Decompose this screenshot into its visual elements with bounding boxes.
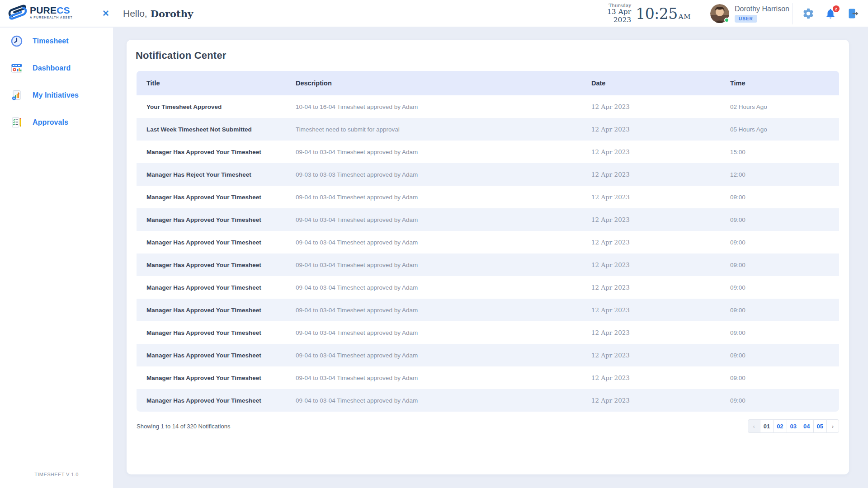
clock-icon [11,35,23,47]
cell-time: 09:00 [730,216,839,223]
sidebar-item-label: Approvals [33,118,68,127]
cell-date: 12 Apr 2023 [591,352,730,359]
logout-icon[interactable] [847,7,860,20]
cell-time: 09:00 [730,239,839,246]
cell-time: 15:00 [730,149,839,155]
sidebar-nav: Timesheet Dashboard My Initiatives [0,28,113,488]
cell-time: 09:00 [730,262,839,268]
cell-time: 02 Hours Ago [730,103,839,110]
cell-date: 12 Apr 2023 [591,397,730,404]
cell-description: 09-04 to 03-04 Timesheet approved by Ada… [296,375,591,381]
dashboard-icon [11,62,23,74]
cell-description: 10-04 to 16-04 Timesheet approved by Ada… [296,103,591,110]
table-row[interactable]: Manager Has Approved Your Timesheet09-04… [137,231,839,253]
pagination-page-button[interactable]: 05 [813,419,827,433]
cell-time: 09:00 [730,194,839,201]
sidebar-item-timesheet[interactable]: Timesheet [0,28,113,55]
cell-title: Manager Has Approved Your Timesheet [146,262,296,268]
cell-date: 12 Apr 2023 [591,284,730,291]
brand-logo: PURECS A PUREHEALTH ASSET [7,3,73,21]
sidebar-item-my-initiatives[interactable]: My Initiatives [0,82,113,109]
table-row[interactable]: Manager Has Approved Your Timesheet09-04… [137,366,839,389]
cell-title: Manager Has Reject Your Timesheet [146,171,296,178]
cell-time: 09:00 [730,284,839,291]
sidebar-item-approvals[interactable]: Approvals [0,109,113,136]
cell-title: Manager Has Approved Your Timesheet [146,352,296,359]
cell-date: 12 Apr 2023 [591,306,730,314]
brand-logo-icon [7,3,28,21]
column-header-time: Time [730,80,839,87]
table-header-row: Title Description Date Time [137,71,839,95]
cell-date: 12 Apr 2023 [591,126,730,133]
notification-bell-icon[interactable]: 2 [825,7,837,20]
sidebar-close-button[interactable]: ✕ [100,8,112,19]
initiatives-chart-icon [11,89,23,101]
cell-description: 09-04 to 03-04 Timesheet approved by Ada… [296,352,591,359]
cell-date: 12 Apr 2023 [591,239,730,246]
pagination-bar: Showing 1 to 14 of 320 Notifications ‹01… [137,418,839,434]
cell-date: 12 Apr 2023 [591,374,730,381]
table-row[interactable]: Manager Has Approved Your Timesheet09-04… [137,321,839,344]
cell-date: 12 Apr 2023 [591,329,730,336]
sidebar-item-label: Dashboard [33,64,71,72]
cell-description: 09-04 to 03-04 Timesheet approved by Ada… [296,329,591,336]
table-row[interactable]: Last Week Timesheet Not SubmittedTimeshe… [137,118,839,141]
pagination-prev-button[interactable]: ‹ [748,419,760,433]
notifications-table: Title Description Date Time Your Timeshe… [137,71,839,412]
greeting-prefix: Hello, [123,8,147,19]
cell-title: Last Week Timesheet Not Submitted [146,126,296,133]
table-row[interactable]: Manager Has Reject Your Timesheet09-03 t… [137,163,839,186]
cell-description: 09-04 to 03-04 Timesheet approved by Ada… [296,149,591,155]
cell-description: 09-04 to 03-04 Timesheet approved by Ada… [296,397,591,404]
cell-time: 09:00 [730,307,839,314]
table-row[interactable]: Manager Has Approved Your Timesheet09-04… [137,299,839,321]
brand-subtitle: A PUREHEALTH ASSET [30,16,73,19]
cell-title: Manager Has Approved Your Timesheet [146,216,296,223]
user-name: Dorothy Harrison [735,5,789,13]
cell-date: 12 Apr 2023 [591,216,730,223]
table-body: Your Timesheet Approved10-04 to 16-04 Ti… [137,95,839,412]
cell-description: 09-04 to 03-04 Timesheet approved by Ada… [296,239,591,246]
cell-description: 09-04 to 03-04 Timesheet approved by Ada… [296,284,591,291]
sidebar-item-label: My Initiatives [33,91,79,99]
column-header-title: Title [146,80,296,87]
table-row[interactable]: Manager Has Approved Your Timesheet09-04… [137,141,839,163]
pagination-page-button[interactable]: 04 [800,419,813,433]
cell-time: 09:00 [730,375,839,381]
table-row[interactable]: Manager Has Approved Your Timesheet09-04… [137,389,839,412]
pagination-next-button[interactable]: › [826,419,839,433]
cell-date: 12 Apr 2023 [591,171,730,178]
avatar [710,4,729,23]
meridiem-label: AM [679,13,691,21]
datetime-display: Thursday 13 Apr 2023 10:25 AM [598,0,691,27]
cell-date: 12 Apr 2023 [591,103,730,110]
cell-description: 09-04 to 03-04 Timesheet approved by Ada… [296,216,591,223]
table-row[interactable]: Manager Has Approved Your Timesheet09-04… [137,186,839,208]
notification-count-badge: 2 [833,5,840,12]
pagination-page-button[interactable]: 03 [787,419,800,433]
cell-date: 12 Apr 2023 [591,261,730,268]
settings-gear-icon[interactable] [802,7,815,20]
approvals-checklist-icon [11,117,23,128]
pagination-page-button[interactable]: 02 [773,419,787,433]
app-version-label: TIMESHEET V 1.0 [0,472,113,477]
column-header-description: Description [296,80,591,87]
table-row[interactable]: Manager Has Approved Your Timesheet09-04… [137,253,839,276]
cell-time: 12:00 [730,171,839,178]
results-summary: Showing 1 to 14 of 320 Notifications [137,423,230,430]
cell-title: Your Timesheet Approved [146,103,296,110]
user-profile-chip[interactable]: Dorothy Harrison USER [710,4,789,23]
table-row[interactable]: Manager Has Approved Your Timesheet09-04… [137,276,839,299]
sidebar-item-dashboard[interactable]: Dashboard [0,55,113,82]
header-divider [793,3,793,24]
cell-date: 12 Apr 2023 [591,193,730,201]
pagination-page-button[interactable]: 01 [760,419,774,433]
cell-time: 09:00 [730,397,839,404]
cell-description: 09-03 to 03-03 Timesheet approved by Ada… [296,171,591,178]
table-row[interactable]: Your Timesheet Approved10-04 to 16-04 Ti… [137,95,839,118]
clock-display: 10:25 AM [636,5,691,23]
pagination-controls: ‹0102030405› [748,419,839,433]
time-value: 10:25 [636,5,678,23]
table-row[interactable]: Manager Has Approved Your Timesheet09-04… [137,344,839,366]
table-row[interactable]: Manager Has Approved Your Timesheet09-04… [137,208,839,231]
